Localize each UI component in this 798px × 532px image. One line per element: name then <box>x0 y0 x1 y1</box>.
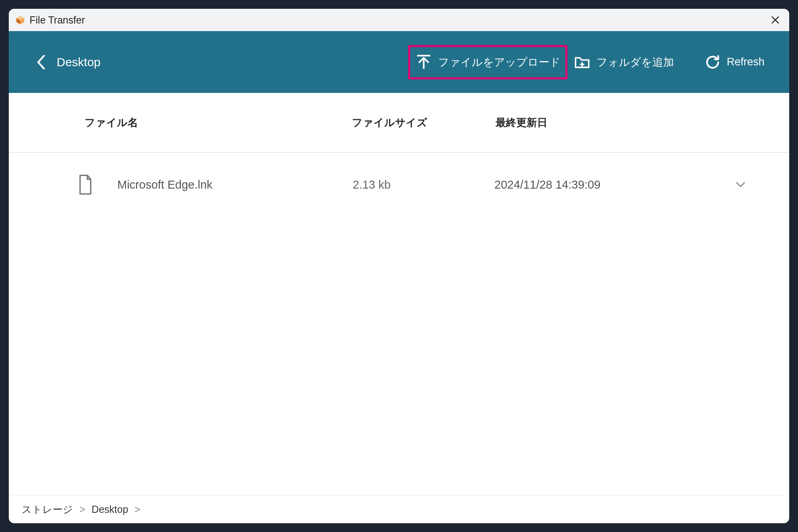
file-row[interactable]: Microsoft Edge.lnk 2.13 kb 2024/11/28 14… <box>9 153 789 217</box>
close-button[interactable] <box>768 13 782 27</box>
titlebar: File Transfer <box>9 9 789 31</box>
upload-icon <box>415 53 433 71</box>
toolbar: Desktop ファイルをアップロード フォルダを追加 <box>9 31 789 93</box>
column-header-size[interactable]: ファイルサイズ <box>352 116 496 130</box>
add-folder-label: フォルダを追加 <box>597 55 674 69</box>
file-size: 2.13 kb <box>353 178 494 191</box>
column-header-modified[interactable]: 最終更新日 <box>496 116 663 130</box>
window-title: File Transfer <box>30 14 85 26</box>
breadcrumb-root[interactable]: ストレージ <box>22 503 73 516</box>
breadcrumb-separator: > <box>79 504 85 515</box>
upload-file-button[interactable]: ファイルをアップロード <box>409 46 566 78</box>
file-list: ファイル名 ファイルサイズ 最終更新日 Microsoft Edge.lnk 2… <box>9 93 789 495</box>
add-folder-button[interactable]: フォルダを追加 <box>568 46 679 78</box>
current-location-label: Desktop <box>57 55 101 69</box>
row-expand-button[interactable] <box>736 181 745 188</box>
file-type-icon-cell <box>77 174 117 195</box>
breadcrumb-item-desktop[interactable]: Desktop <box>92 504 128 515</box>
column-header-name[interactable]: ファイル名 <box>85 116 352 130</box>
refresh-button[interactable]: Refresh <box>699 47 770 78</box>
toolbar-actions: ファイルをアップロード フォルダを追加 Refresh <box>409 46 770 78</box>
file-name: Microsoft Edge.lnk <box>117 178 353 191</box>
refresh-icon <box>704 54 721 71</box>
add-folder-icon <box>573 53 591 71</box>
list-header: ファイル名 ファイルサイズ 最終更新日 <box>9 93 789 153</box>
breadcrumb-separator: > <box>134 504 140 515</box>
close-icon <box>770 15 780 25</box>
chevron-left-icon <box>37 55 45 69</box>
refresh-label: Refresh <box>727 56 764 68</box>
back-button[interactable]: Desktop <box>33 52 105 73</box>
upload-file-label: ファイルをアップロード <box>438 55 561 69</box>
file-icon <box>77 174 93 195</box>
app-icon <box>15 15 26 25</box>
chevron-down-icon <box>736 181 745 188</box>
file-transfer-window: File Transfer Desktop ファイル <box>9 9 789 523</box>
file-modified: 2024/11/28 14:39:09 <box>494 178 674 191</box>
breadcrumb: ストレージ > Desktop > <box>9 495 789 523</box>
